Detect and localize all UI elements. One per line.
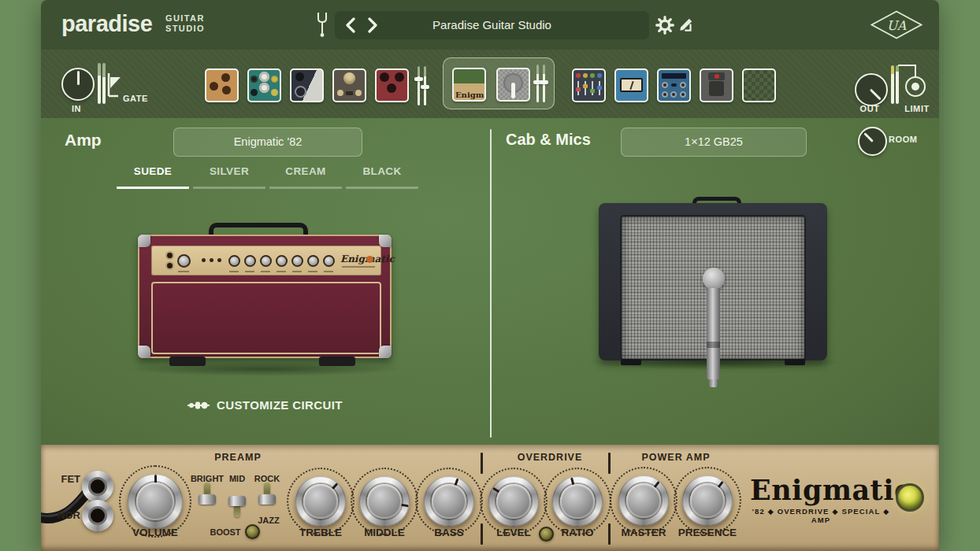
cab-thumbnail-mic [511,83,515,98]
jazz-label: JAZZ [250,516,288,525]
pedal-slot-digital-delay[interactable] [657,68,691,102]
settings-gear-icon[interactable] [655,16,674,35]
pedal-slot-distortion[interactable] [375,68,409,102]
mid-switch[interactable] [228,483,247,518]
amp-finish-tabs: SUEDE SILVER CREAM BLACK [117,165,418,189]
cab-section-title: Cab & Mics [506,131,591,149]
fet-input-jack[interactable] [82,471,113,502]
pedal-slot-chorus[interactable] [247,68,281,102]
overdrive-section-label: OVERDRIVE [495,452,605,463]
ua-logo[interactable]: UA [870,10,922,43]
treble-knob[interactable] [295,476,346,527]
tab-black[interactable]: BLACK [346,165,418,189]
tuner-icon[interactable] [316,12,329,42]
level-knob[interactable] [488,476,539,527]
mic-body [707,288,720,379]
amp-faders-icon[interactable] [535,65,548,102]
section-divider [490,129,492,438]
amp-cab-group[interactable]: Enigm [443,57,555,109]
pedal-slot-vu-compressor[interactable] [614,68,648,102]
app-background: paradise GUITAR STUDIO Paradise Guitar S… [0,0,980,551]
circuit-icon [187,400,210,411]
tab-suede[interactable]: SUEDE [117,165,189,189]
output-meter-left [891,65,894,104]
panel-brand-logo: Enigmatic [750,476,892,505]
pedal-slot-eq[interactable] [572,68,606,102]
boost-button[interactable] [245,524,260,539]
room-knob[interactable] [858,127,887,156]
input-label: IN [61,104,92,113]
cab-thumbnail[interactable] [496,68,530,102]
volume-knob[interactable] [128,474,183,529]
amp-grille [151,282,381,354]
tab-silver[interactable]: SILVER [193,165,265,189]
pedal-slot-drive[interactable] [290,68,324,102]
bass-knob[interactable] [424,476,474,527]
tab-cream[interactable]: CREAM [269,165,342,189]
limit-indicator[interactable] [905,76,926,97]
output-label: OUT [852,104,887,113]
presence-knob[interactable] [682,475,733,526]
preset-navigator[interactable]: Paradise Guitar Studio [335,11,649,39]
paradise-logo: paradise [61,11,152,37]
fet-label: FET [52,473,80,485]
poweramp-section-label: POWER AMP [621,452,731,463]
output-gain-knob[interactable] [855,73,888,106]
amp-model-selector[interactable]: Enigmatic '82 [173,128,362,157]
input-gain-knob[interactable] [61,68,95,101]
amp-head-image: Enigmatic [138,223,392,372]
power-jewel-lamp [896,483,924,512]
customize-circuit-button[interactable]: CUSTOMIZE CIRCUIT [187,398,343,412]
edit-preset-icon[interactable] [677,16,696,35]
input-meter-right [102,63,106,104]
mic-capsule [703,268,725,290]
pedal-slot-reverb[interactable] [700,68,733,102]
room-label: ROOM [889,135,923,144]
signal-chain-toolbar: IN GATE [41,50,939,118]
paradise-logo-subtitle: GUITAR STUDIO [165,13,205,34]
preset-name[interactable]: Paradise Guitar Studio [335,11,649,39]
input-meter-left [98,63,101,104]
volume-label: VOLUME [100,527,210,538]
pedal-slot-empty[interactable] [742,68,776,102]
svg-text:UA: UA [887,18,907,33]
cab-model-selector[interactable]: 1×12 GB25 [621,128,807,157]
nor-label: NOR [49,509,80,521]
preamp-section-label: PREAMP [191,452,285,463]
limit-label: LIMIT [896,104,937,113]
amp-control-strip: FET NOR PREAMP OVERDRIVE POWER AMP VOLUM… [41,445,939,551]
pedal-slot-compressor[interactable] [332,68,366,102]
amp-thumbnail-text: Enigm [455,91,484,99]
gate-label: GATE [120,94,151,103]
title-bar: paradise GUITAR STUDIO Paradise Guitar S… [41,0,939,50]
boost-label: BOOST [202,527,249,537]
panel-brand-subtitle: '82 ◆ OVERDRIVE ◆ SPECIAL ◆ AMP [745,507,896,524]
middle-knob[interactable] [359,476,410,527]
amp-thumbnail[interactable]: Enigm [452,68,486,102]
plugin-window: paradise GUITAR STUDIO Paradise Guitar S… [41,0,939,551]
master-knob[interactable] [618,475,669,526]
amp-panel-badge [366,256,373,263]
presence-label: PRESENCE [652,527,763,538]
bright-switch[interactable] [198,482,217,516]
pre-faders-icon[interactable] [415,66,428,105]
amp-control-panel: Enigmatic [151,246,381,276]
ratio-knob[interactable] [552,476,603,527]
rock-jazz-switch[interactable] [258,482,277,516]
amp-section-title: Amp [65,131,102,150]
pedal-slot-fuzz[interactable] [205,68,239,102]
main-panel: Amp Enigmatic '82 SUEDE SILVER CREAM BLA… [41,118,939,445]
